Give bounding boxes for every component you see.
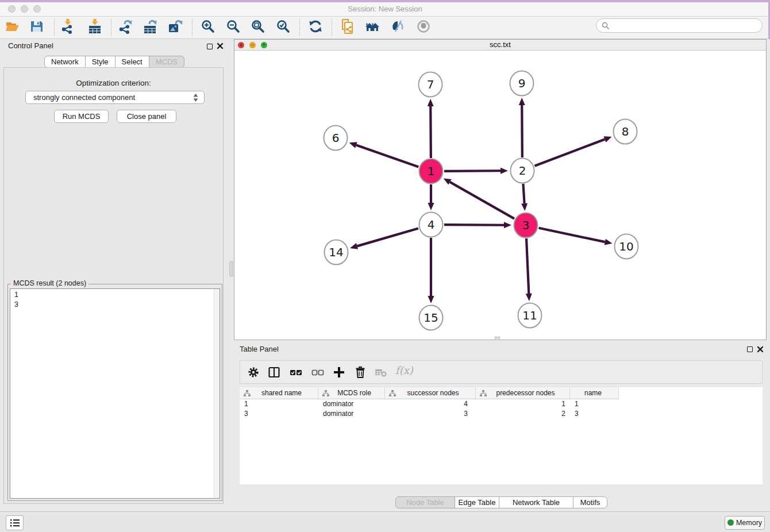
table-panel-float-icon[interactable] [747, 346, 753, 352]
import-network-icon[interactable] [60, 19, 75, 34]
tab-network[interactable]: Network [44, 56, 86, 68]
delete-column-icon[interactable] [354, 366, 367, 379]
graph-node-6[interactable]: 6 [324, 126, 348, 151]
table-row[interactable]: 3 dominator 3 2 3 [240, 409, 763, 419]
edge-3-10[interactable] [539, 228, 605, 242]
toolbar-separator [299, 19, 300, 36]
edge-2-8[interactable] [535, 139, 605, 165]
graph-node-1[interactable]: 1 [419, 159, 443, 184]
close-panel-button[interactable]: Close panel [117, 110, 176, 123]
memory-label: Memory [736, 519, 762, 527]
graph-node-3[interactable]: 3 [514, 213, 538, 238]
column-header-shared-name[interactable]: shared name [240, 387, 318, 399]
graph-node-9[interactable]: 9 [510, 71, 534, 96]
optimization-criterion-value: strongly connected component [33, 93, 135, 102]
tree-icon [388, 390, 396, 397]
tab-mcds[interactable]: MCDS [149, 56, 184, 68]
minimize-window-button[interactable] [21, 5, 28, 13]
network-splitter-handle[interactable] [495, 337, 500, 340]
close-window-button[interactable] [8, 5, 16, 13]
optimization-criterion-label: Optimization criterion: [0, 79, 227, 87]
svg-text:6: 6 [332, 131, 340, 145]
zoom-window-button[interactable] [33, 5, 41, 13]
graph-node-10[interactable]: 10 [615, 234, 638, 259]
table-row[interactable]: 1 dominator 4 1 1 [240, 399, 763, 409]
memory-status-icon [727, 519, 734, 526]
mcds-result-textarea[interactable]: 1 3 [10, 288, 220, 499]
svg-text:7: 7 [427, 78, 434, 91]
svg-text:14: 14 [329, 245, 343, 259]
graph-node-2[interactable]: 2 [511, 159, 534, 183]
graph-node-14[interactable]: 14 [325, 240, 348, 265]
svg-text:15: 15 [424, 311, 438, 325]
network-canvas[interactable]: 7968124314101511 [234, 51, 766, 340]
tab-motifs[interactable]: Motifs [573, 496, 607, 508]
table-header-row: shared name MCDS role successor nodes pr… [240, 387, 763, 399]
tab-edge-table[interactable]: Edge Table [455, 496, 499, 508]
toolbar-separator [54, 19, 55, 36]
control-panel-close-icon[interactable] [217, 43, 224, 49]
edge-1-7[interactable] [430, 106, 431, 158]
graph-node-15[interactable]: 15 [419, 306, 443, 330]
task-history-button[interactable] [6, 515, 24, 530]
column-header-predecessor-nodes[interactable]: predecessor nodes [476, 387, 570, 399]
optimization-criterion-select[interactable]: strongly connected component [25, 91, 205, 104]
memory-button[interactable]: Memory [725, 516, 765, 530]
result-scrollbar[interactable] [214, 289, 220, 498]
hide-graphics-details-icon[interactable] [390, 19, 405, 34]
edge-3-11[interactable] [526, 238, 529, 294]
graph-node-7[interactable]: 7 [419, 72, 442, 97]
open-session-icon[interactable] [5, 19, 20, 34]
delete-table-icon[interactable] [375, 366, 387, 379]
run-mcds-button[interactable]: Run MCDS [54, 110, 109, 123]
export-table-icon[interactable] [143, 19, 157, 34]
save-session-icon[interactable] [29, 19, 44, 34]
first-neighbors-icon[interactable] [365, 19, 380, 34]
graph-node-8[interactable]: 8 [614, 119, 637, 144]
select-all-checkboxes-icon[interactable] [290, 366, 302, 379]
column-header-mcds-role[interactable]: MCDS role [318, 387, 385, 399]
deselect-all-checkboxes-icon[interactable] [311, 366, 324, 379]
graph-node-4[interactable]: 4 [419, 213, 443, 237]
graph-node-11[interactable]: 11 [518, 303, 542, 328]
edge-1-2[interactable] [444, 171, 500, 171]
zoom-out-icon[interactable] [226, 19, 241, 34]
table-panel-close-icon[interactable] [757, 346, 764, 353]
zoom-selected-icon[interactable] [276, 19, 291, 34]
edge-3-1[interactable] [450, 182, 514, 219]
edge-arrowhead [519, 98, 525, 105]
network-minimize-button[interactable]: − [249, 42, 256, 48]
import-table-icon[interactable] [87, 19, 102, 34]
refresh-icon[interactable] [308, 19, 323, 34]
panel-splitter-handle[interactable] [229, 261, 233, 277]
edge-2-9[interactable] [522, 105, 522, 157]
add-column-icon[interactable] [333, 366, 345, 379]
network-maximize-button[interactable]: + [261, 42, 267, 48]
zoom-in-icon[interactable] [201, 19, 215, 34]
column-layout-icon[interactable] [268, 366, 280, 379]
tab-network-table[interactable]: Network Table [499, 496, 573, 508]
control-panel-float-icon[interactable] [207, 44, 213, 49]
tab-select[interactable]: Select [115, 56, 149, 68]
zoom-fit-icon[interactable] [251, 19, 265, 34]
function-builder-icon[interactable]: f(x) [395, 364, 413, 376]
edge-arrowhead [504, 222, 511, 228]
network-close-button[interactable]: x [238, 42, 244, 48]
search-input[interactable] [613, 20, 756, 31]
edge-4-3[interactable] [444, 225, 504, 225]
toolbar-separator [192, 19, 192, 36]
edge-2-3[interactable] [523, 184, 524, 203]
mcds-result-line: 3 [10, 300, 220, 310]
show-graphics-details-icon[interactable] [416, 19, 431, 34]
export-image-icon[interactable] [168, 19, 183, 34]
column-header-name[interactable]: name [570, 387, 619, 399]
column-header-successor-nodes[interactable]: successor nodes [385, 387, 476, 399]
tab-style[interactable]: Style [85, 56, 116, 68]
node-table: shared name MCDS role successor nodes pr… [240, 387, 763, 484]
clone-network-icon[interactable] [340, 19, 355, 34]
settings-gear-icon[interactable] [247, 366, 260, 379]
tab-node-table[interactable]: Node Table [395, 496, 455, 508]
export-network-icon[interactable] [118, 19, 133, 34]
edge-4-14[interactable] [357, 228, 418, 246]
edge-1-6[interactable] [356, 145, 418, 167]
